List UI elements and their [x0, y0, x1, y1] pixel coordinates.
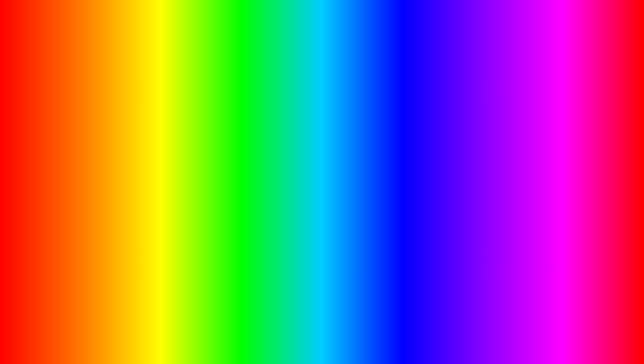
panel-left-header: ☰ Project New World ⋮ 🔍 ✕	[62, 86, 218, 100]
full-auto-farm-checkbox[interactable]: ✓	[207, 151, 212, 157]
tween-speed-label: Tween Speed	[272, 149, 301, 154]
mobs-label: Mobs -	[272, 115, 286, 120]
panel-left-row-include-boss[interactable]: Include Boss Quests For Full Auto Farm ✓	[62, 137, 218, 148]
panel-right-row-auto-farm[interactable]: Auto Farm	[266, 184, 421, 195]
auto-komis-checkbox[interactable]	[207, 163, 212, 168]
include-boss-checkbox[interactable]: ✓	[207, 140, 212, 145]
auto-komis-label: Auto Komis	[68, 163, 92, 168]
thumbnail-character	[534, 282, 561, 315]
method-behind-arrow-icon: ∧	[412, 138, 415, 143]
hamburger-icon[interactable]: ☰	[67, 90, 72, 96]
panel-left-row-auto-komis[interactable]: Auto Komis	[62, 160, 218, 171]
hamburger-icon-right[interactable]: ☰	[271, 90, 275, 96]
auto-farm-label: Auto Farm	[68, 106, 90, 111]
weapon-combat-arrow-icon: ∧	[412, 127, 415, 131]
panel-right-header-icons: ⋮ 🔍	[401, 89, 417, 97]
game-thumbnail: PROJECT NEWWORLD	[517, 277, 577, 331]
dots-menu-icon[interactable]: ⋮	[190, 89, 196, 97]
method-behind-label: Method - Behind	[272, 138, 306, 143]
panel-left-body: Auto Farm Quest - Bandit Boss:Lv.25 ∧ Au…	[62, 100, 218, 208]
tween-speed-label-row: Tween Speed 70	[272, 149, 415, 154]
dots-decoration: ...	[462, 48, 470, 54]
quest-arrow-icon: ∧	[209, 118, 212, 122]
safe-place-checkbox[interactable]	[207, 185, 212, 191]
quest-label: Quest - Bandit Boss:Lv.25	[68, 117, 122, 123]
close-icon[interactable]: ✕	[209, 90, 213, 96]
search-icon-right[interactable]: 🔍	[411, 90, 417, 96]
auto-buso-checkbox[interactable]	[207, 174, 212, 179]
panel-left-row-auto-farm[interactable]: Auto Farm	[62, 103, 218, 114]
panel-left-header-icons: ⋮ 🔍 ✕	[190, 89, 213, 97]
auto-farm-checkbox[interactable]	[207, 106, 212, 111]
auto-quest-label: Auto Quest	[68, 129, 92, 134]
panel-right-auto-farm-label: Auto Farm	[272, 187, 294, 192]
panel-right-section-farm: Farm	[266, 103, 421, 112]
panel-right-row-mobs[interactable]: Mobs - ∧	[266, 112, 421, 123]
dots-menu-icon-right[interactable]: ⋮	[401, 89, 407, 97]
panel-left-row-invisible[interactable]: Invisible	[62, 194, 218, 205]
go-to-mobs-label: Go To Mobs When Using Inf Range	[272, 176, 345, 181]
auto-buso-label: Auto Buso	[68, 174, 90, 179]
full-auto-farm-label: Full Auto Farm	[68, 151, 99, 157]
panel-right-body: Farm Mobs - ∧ Weapon - Combat ∧ Method -…	[266, 100, 421, 198]
panel-right-row-method-behind[interactable]: Method - Behind ∧	[266, 135, 421, 146]
panel-left-row-auto-buso[interactable]: Auto Buso	[62, 171, 218, 182]
include-boss-label: Include Boss Quests For Full Auto Farm	[68, 140, 145, 145]
distance-value: 5	[405, 162, 415, 168]
invisible-checkbox[interactable]	[207, 197, 212, 202]
distance-label: Distance	[272, 162, 290, 168]
invisible-label: Invisible	[68, 197, 85, 202]
panel-left-row-full-auto[interactable]: Full Auto Farm ✓	[62, 148, 218, 160]
mobs-arrow-icon: ∧	[412, 115, 415, 120]
panel-right-row-go-to-mobs[interactable]: Go To Mobs When Using Inf Range	[266, 173, 421, 184]
panel-right-row-weapon-combat[interactable]: Weapon - Combat ∧	[266, 123, 421, 135]
panel-left: ☰ Project New World ⋮ 🔍 ✕ Auto Farm Ques…	[62, 85, 219, 208]
panel-right-title: Project New World	[278, 90, 319, 96]
auto-quest-checkbox[interactable]	[207, 129, 212, 134]
panel-left-row-safe-place[interactable]: Safe Place	[62, 182, 218, 194]
panel-right-title-group: ☰ Project New World	[271, 90, 319, 96]
panel-left-row-quest[interactable]: Quest - Bandit Boss:Lv.25 ∧	[62, 114, 218, 126]
search-icon[interactable]: 🔍	[200, 90, 205, 96]
panel-right-header: ☰ Project New World ⋮ 🔍	[266, 86, 421, 100]
weapon-combat-label: Weapon - Combat	[272, 126, 310, 132]
distance-label-row: Distance 5	[272, 162, 415, 168]
panel-left-row-auto-quest[interactable]: Auto Quest	[62, 126, 218, 137]
thumbnail-new-world-text: NEWWORLD	[527, 315, 567, 327]
script-pastebin-text: SCRIPT PASTEBIN	[342, 324, 536, 349]
panel-right-row-distance[interactable]: Distance 5	[266, 159, 421, 173]
panel-right-row-tween-speed[interactable]: Tween Speed 70	[266, 146, 421, 159]
main-title: PROJECT NEW WORLD	[0, 7, 644, 50]
panel-left-title-group: ☰ Project New World	[67, 90, 116, 96]
auto-farm-big-text: AUTO FARM	[108, 315, 332, 357]
panel-right: ☰ Project New World ⋮ 🔍 Farm Mobs - ∧ We…	[265, 85, 422, 199]
safe-place-label: Safe Place	[68, 185, 91, 191]
panel-left-title: Project New World	[74, 90, 116, 96]
section-farm-label: Farm	[272, 105, 282, 110]
tween-speed-value: 70	[405, 149, 415, 154]
